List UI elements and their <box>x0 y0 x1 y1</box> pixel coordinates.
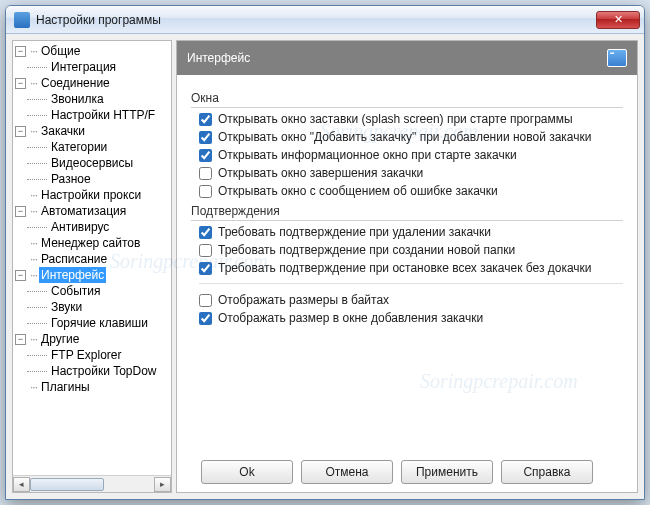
checkbox-label: Открывать окно с сообщением об ошибке за… <box>218 184 498 198</box>
checkbox-option[interactable]: Открывать окно завершения закачки <box>199 166 623 180</box>
checkbox-option[interactable]: Требовать подтверждение при создании нов… <box>199 243 623 257</box>
tree-item[interactable]: События <box>13 283 171 299</box>
collapse-icon[interactable]: − <box>15 78 26 89</box>
tree-item-label: FTP Explorer <box>49 347 123 363</box>
checkbox-option[interactable]: Требовать подтверждение при остановке вс… <box>199 261 623 275</box>
tree-group[interactable]: −···Автоматизация <box>13 203 171 219</box>
tree-group-label: Другие <box>39 331 81 347</box>
tree-group[interactable]: ···Настройки прокси <box>13 187 171 203</box>
checkbox[interactable] <box>199 167 212 180</box>
tree-item-label: Настройки HTTP/F <box>49 107 157 123</box>
tree-group[interactable]: −···Интерфейс <box>13 267 171 283</box>
tree-item[interactable]: Настройки TopDow <box>13 363 171 379</box>
tree-group-label: Интерфейс <box>39 267 106 283</box>
checkbox-label: Открывать информационное окно при старте… <box>218 148 517 162</box>
scroll-track[interactable] <box>30 477 154 492</box>
checkbox-label: Открывать окно завершения закачки <box>218 166 423 180</box>
close-button[interactable]: ✕ <box>596 11 640 29</box>
tree-item[interactable]: Звуки <box>13 299 171 315</box>
interface-icon <box>607 49 627 67</box>
tree-item-label: Видеосервисы <box>49 155 135 171</box>
scroll-right-button[interactable]: ▸ <box>154 477 171 492</box>
tree-group-label: Менеджер сайтов <box>39 235 142 251</box>
tree-group[interactable]: ···Менеджер сайтов <box>13 235 171 251</box>
panel-title: Интерфейс <box>187 51 250 65</box>
tree-group-label: Настройки прокси <box>39 187 143 203</box>
settings-panel: Интерфейс ОкнаОткрывать окно заставки (s… <box>176 40 638 493</box>
checkbox-label: Открывать окно "Добавить закачку" при до… <box>218 130 591 144</box>
checkbox-label: Требовать подтверждение при создании нов… <box>218 243 515 257</box>
checkbox[interactable] <box>199 262 212 275</box>
checkbox[interactable] <box>199 113 212 126</box>
checkbox-label: Отображать размер в окне добавления зака… <box>218 311 483 325</box>
scroll-left-button[interactable]: ◂ <box>13 477 30 492</box>
collapse-icon[interactable]: − <box>15 270 26 281</box>
apply-button[interactable]: Применить <box>401 460 493 484</box>
nav-tree: −···ОбщиеИнтеграция−···СоединениеЗвонилк… <box>12 40 172 493</box>
content-area: −···ОбщиеИнтеграция−···СоединениеЗвонилк… <box>6 34 644 499</box>
help-button[interactable]: Справка <box>501 460 593 484</box>
cancel-button[interactable]: Отмена <box>301 460 393 484</box>
checkbox[interactable] <box>199 312 212 325</box>
tree-group-label: Соединение <box>39 75 112 91</box>
tree-group[interactable]: −···Общие <box>13 43 171 59</box>
tree-item-label: Интеграция <box>49 59 118 75</box>
app-icon <box>14 12 30 28</box>
checkbox-option[interactable]: Отображать размер в окне добавления зака… <box>199 311 623 325</box>
tree-item-label: Категории <box>49 139 109 155</box>
tree-item[interactable]: Горячие клавиши <box>13 315 171 331</box>
window-title: Настройки программы <box>36 13 596 27</box>
checkbox-option[interactable]: Открывать окно с сообщением об ошибке за… <box>199 184 623 198</box>
tree-item-label: События <box>49 283 103 299</box>
checkbox[interactable] <box>199 185 212 198</box>
tree-item[interactable]: Видеосервисы <box>13 155 171 171</box>
tree-group-label: Закачки <box>39 123 87 139</box>
tree-group[interactable]: −···Соединение <box>13 75 171 91</box>
horizontal-scrollbar[interactable]: ◂ ▸ <box>13 475 171 492</box>
tree-group-label: Общие <box>39 43 82 59</box>
checkbox[interactable] <box>199 244 212 257</box>
tree-item[interactable]: Интеграция <box>13 59 171 75</box>
checkbox[interactable] <box>199 226 212 239</box>
tree-group[interactable]: −···Другие <box>13 331 171 347</box>
scroll-thumb[interactable] <box>30 478 104 491</box>
panel-header: Интерфейс <box>177 41 637 75</box>
tree-item[interactable]: Антивирус <box>13 219 171 235</box>
collapse-icon[interactable]: − <box>15 126 26 137</box>
checkbox-option[interactable]: Открывать информационное окно при старте… <box>199 148 623 162</box>
checkbox-option[interactable]: Открывать окно заставки (splash screen) … <box>199 112 623 126</box>
tree-item-label: Звуки <box>49 299 84 315</box>
tree-item-label: Звонилка <box>49 91 106 107</box>
checkbox-option[interactable]: Открывать окно "Добавить закачку" при до… <box>199 130 623 144</box>
tree-item[interactable]: Категории <box>13 139 171 155</box>
collapse-icon[interactable]: − <box>15 46 26 57</box>
checkbox-label: Требовать подтверждение при удалении зак… <box>218 225 491 239</box>
checkbox[interactable] <box>199 131 212 144</box>
tree-item[interactable]: Разное <box>13 171 171 187</box>
collapse-icon[interactable]: − <box>15 206 26 217</box>
checkbox-label: Требовать подтверждение при остановке вс… <box>218 261 592 275</box>
checkbox-option[interactable]: Требовать подтверждение при удалении зак… <box>199 225 623 239</box>
tree-item-label: Антивирус <box>49 219 111 235</box>
ok-button[interactable]: Ok <box>201 460 293 484</box>
tree-item-label: Настройки TopDow <box>49 363 159 379</box>
titlebar[interactable]: Настройки программы ✕ <box>6 6 644 34</box>
checkbox[interactable] <box>199 149 212 162</box>
collapse-icon[interactable]: − <box>15 334 26 345</box>
settings-window: Настройки программы ✕ −···ОбщиеИнтеграци… <box>5 5 645 500</box>
checkbox[interactable] <box>199 294 212 307</box>
tree-item-label: Горячие клавиши <box>49 315 150 331</box>
tree-item[interactable]: FTP Explorer <box>13 347 171 363</box>
group-title: Подтверждения <box>191 204 623 221</box>
checkbox-option[interactable]: Отображать размеры в байтах <box>199 293 623 307</box>
tree-item[interactable]: Звонилка <box>13 91 171 107</box>
group-title: Окна <box>191 91 623 108</box>
tree-group-label: Автоматизация <box>39 203 128 219</box>
tree-group[interactable]: −···Закачки <box>13 123 171 139</box>
checkbox-label: Открывать окно заставки (splash screen) … <box>218 112 573 126</box>
tree-group[interactable]: ···Расписание <box>13 251 171 267</box>
tree-group-label: Плагины <box>39 379 92 395</box>
tree-item[interactable]: Настройки HTTP/F <box>13 107 171 123</box>
tree-group[interactable]: ···Плагины <box>13 379 171 395</box>
tree-group-label: Расписание <box>39 251 109 267</box>
